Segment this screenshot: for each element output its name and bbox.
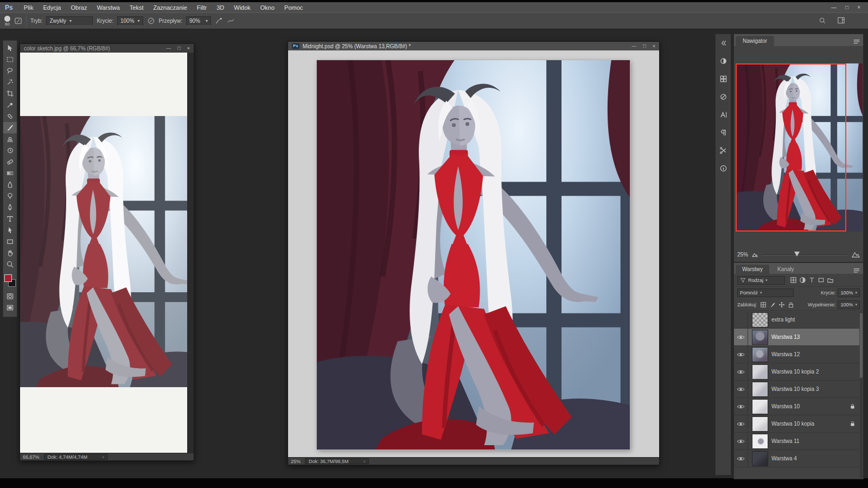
healing-brush-tool[interactable] [3,111,17,122]
layer-row[interactable]: extra light [734,311,859,329]
layer-row[interactable]: Warstwa 12 [734,346,859,363]
path-select-tool[interactable] [3,224,17,236]
character-panel-icon[interactable] [718,109,729,120]
pressure-opacity-icon[interactable] [147,17,155,25]
layer-visibility-toggle[interactable] [734,433,748,450]
layer-row[interactable]: Warstwa 10 kopia 3 [734,381,859,398]
quick-mask-toggle[interactable] [3,291,17,302]
clone-source-panel-icon[interactable] [718,145,729,156]
layer-thumbnail[interactable] [752,347,768,362]
info-panel-icon[interactable] [718,163,729,174]
app-maximize-button[interactable]: □ [845,4,848,10]
history-brush-tool[interactable] [3,145,17,156]
adjustments-panel-icon[interactable] [718,91,729,102]
zoom-out-mountain-icon[interactable] [752,252,758,257]
sketch-titlebar[interactable]: color sketch.jpg @ 66,7% (RGB/8#) — □ × [20,44,194,53]
dodge-tool[interactable] [3,190,17,202]
layer-row[interactable]: Warstwa 11 [734,433,859,450]
layer-visibility-toggle[interactable] [734,363,748,380]
search-icon[interactable] [819,17,826,25]
menu-plik[interactable]: Plik [19,4,39,11]
menu-3d[interactable]: 3D [212,4,229,11]
midnight-titlebar[interactable]: Ps Midnight.psd @ 25% (Warstwa 13,RGB/8#… [288,42,659,50]
type-tool[interactable] [3,213,17,224]
lock-pixels-icon[interactable] [769,301,776,308]
layers-scrollbar-thumb[interactable] [860,313,863,378]
midnight-minimize-button[interactable]: — [631,43,636,49]
move-tool[interactable] [3,42,17,54]
layer-row[interactable]: Warstwa 10 kopia 2 [734,363,859,381]
lock-all-icon[interactable] [788,301,794,308]
tab-kanaly[interactable]: Kanały [771,265,801,274]
gradient-tool[interactable] [3,168,17,179]
swatches-panel-icon[interactable] [718,73,729,84]
app-close-button[interactable]: × [857,4,860,10]
layers-panel-menu-icon[interactable] [853,266,860,275]
menu-edycja[interactable]: Edycja [38,4,66,11]
layer-visibility-toggle[interactable] [734,329,748,345]
screen-mode-toggle[interactable] [3,302,17,313]
navigator-panel-menu-icon[interactable] [853,37,860,47]
layer-visibility-toggle[interactable] [734,398,748,415]
sketch-doc-size[interactable]: Dok: 4,74M/4,74M [44,454,108,460]
zoom-in-mountain-icon[interactable] [852,251,860,258]
sketch-minimize-button[interactable]: — [166,46,171,51]
layer-visibility-toggle[interactable] [734,311,748,328]
foreground-color-swatch[interactable] [4,274,12,282]
hand-tool[interactable] [3,247,17,259]
flow-dropdown[interactable]: 90% [186,16,211,26]
filter-shape-layers-icon[interactable] [818,277,825,284]
menu-pomoc[interactable]: Pomoc [279,4,308,11]
navigator-thumbnail[interactable] [736,63,863,232]
layer-visibility-toggle[interactable] [734,450,748,467]
marquee-tool[interactable] [3,54,17,65]
paragraph-panel-icon[interactable] [718,127,729,138]
menu-tekst[interactable]: Tekst [125,4,149,11]
layer-thumbnail[interactable] [752,434,768,449]
layer-thumbnail[interactable] [752,416,768,432]
layer-visibility-toggle[interactable] [734,381,748,397]
layer-thumbnail[interactable] [752,451,768,466]
navigator-zoom-slider[interactable] [762,251,848,258]
filter-type-layers-icon[interactable] [808,277,815,284]
sketch-zoom-value[interactable]: 66,67% [23,454,40,460]
filter-pixel-layers-icon[interactable] [790,277,797,284]
sketch-maximize-button[interactable]: □ [177,46,180,51]
layer-filter-dropdown[interactable]: Rodzaj [737,276,785,285]
color-panel-icon[interactable] [718,55,729,66]
lock-transparency-icon[interactable] [760,301,767,308]
workspace-switcher-icon[interactable] [837,16,845,25]
layer-opacity-dropdown[interactable]: 100% [838,288,860,297]
crop-tool[interactable] [3,88,17,99]
layer-thumbnail[interactable] [752,399,768,414]
menu-zaznaczanie[interactable]: Zaznaczanie [148,4,192,11]
smoothing-icon[interactable] [227,17,235,25]
midnight-close-button[interactable]: × [653,43,655,49]
layer-row[interactable]: Warstwa 13 [734,329,859,346]
layer-visibility-toggle[interactable] [734,415,748,432]
app-minimize-button[interactable]: — [831,4,837,10]
layer-thumbnail[interactable] [752,382,768,397]
pen-tool[interactable] [3,202,17,213]
magic-wand-tool[interactable] [3,76,17,88]
tab-warstwy[interactable]: Warstwy [736,265,769,274]
eyedropper-tool[interactable] [3,99,17,111]
navigator-zoom-value[interactable]: 25% [737,252,748,258]
layer-row[interactable]: Warstwa 10 kopia [734,415,859,433]
midnight-canvas[interactable] [288,50,659,457]
filter-adjustment-layers-icon[interactable] [799,277,806,284]
layer-row[interactable]: Warstwa 4 [734,450,859,467]
airbrush-toggle-icon[interactable] [215,17,223,25]
menu-filtr[interactable]: Filtr [192,4,212,11]
blur-tool[interactable] [3,179,17,190]
expand-panels-icon[interactable] [718,37,729,48]
layer-blend-mode-dropdown[interactable]: Pomnóż [737,288,794,297]
menu-widok[interactable]: Widok [229,4,256,11]
midnight-maximize-button[interactable]: □ [643,43,646,49]
navigator-view-box[interactable] [736,63,846,232]
lock-position-icon[interactable] [778,301,785,308]
opacity-dropdown[interactable]: 100% [117,16,143,26]
filter-smart-objects-icon[interactable] [827,277,834,284]
sketch-canvas[interactable] [20,53,194,453]
layer-fill-dropdown[interactable]: 100% [838,300,860,309]
